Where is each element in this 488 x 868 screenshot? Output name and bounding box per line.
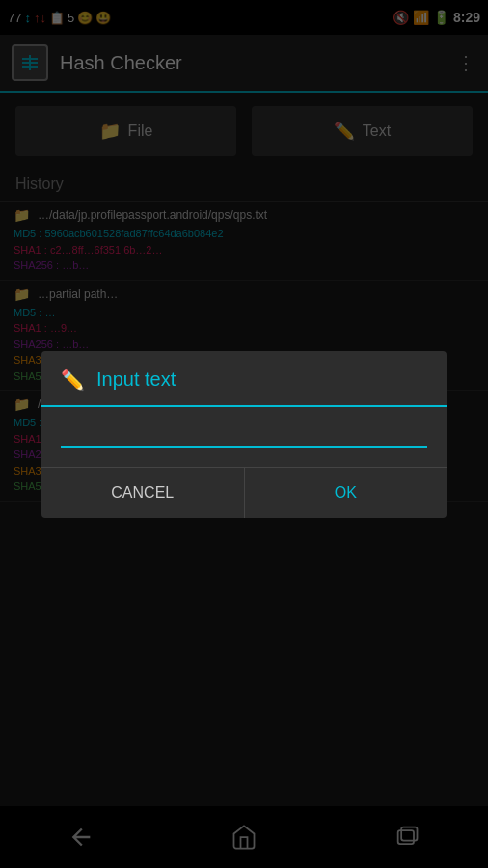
dialog-actions: Cancel OK xyxy=(41,467,447,518)
dialog-header: ✏️ Input text xyxy=(41,351,447,405)
dialog-text-input[interactable] xyxy=(61,422,427,448)
input-text-dialog: ✏️ Input text Cancel OK xyxy=(41,351,447,518)
dialog-pencil-icon: ✏️ xyxy=(61,368,85,392)
dialog-overlay: ✏️ Input text Cancel OK xyxy=(0,0,488,868)
dialog-title: Input text xyxy=(96,368,176,391)
cancel-button[interactable]: Cancel xyxy=(41,468,245,518)
ok-button[interactable]: OK xyxy=(245,468,447,518)
dialog-input-area xyxy=(41,407,447,467)
